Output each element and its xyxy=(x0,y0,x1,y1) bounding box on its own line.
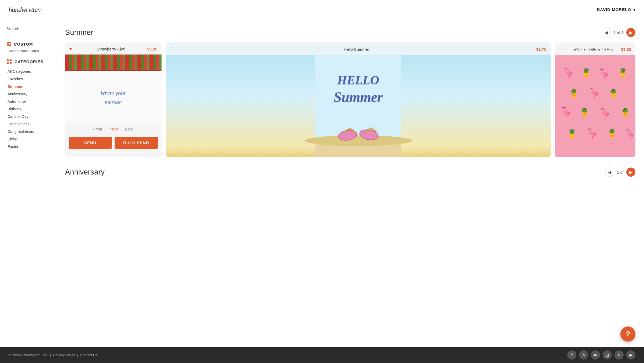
summer-cards-row: ♥ Strawberry Kiwi $3.25 Wryte your messa… xyxy=(65,42,635,157)
customizable-cards-link[interactable]: Customizable Cards xyxy=(6,49,56,53)
card-actions: SEND BULK SEND xyxy=(65,134,162,153)
summer-page-count: 1 of 8 xyxy=(613,30,624,35)
categories-label: CATEGORIES xyxy=(14,59,43,64)
flamingle-header: ♡ Let's Flamingle by the Pool $3.25 xyxy=(555,42,635,55)
custom-label: CUSTOM xyxy=(14,42,33,46)
tab-front[interactable]: Front xyxy=(93,127,102,132)
flamingle-price: $3.25 xyxy=(621,47,631,52)
search-container: 🔍 xyxy=(6,26,50,33)
svg-text:Summer: Summer xyxy=(334,89,383,105)
sidebar: 🔍 ⊞ CUSTOM Customizable Cards CAT xyxy=(0,19,56,347)
sidebar-item-congratulations[interactable]: Congratulations xyxy=(6,128,56,135)
hello-summer-title: Hello Summer xyxy=(344,47,369,52)
bulk-send-button[interactable]: BULK SEND xyxy=(115,137,158,149)
sidebar-item-favorites[interactable]: Favorites xyxy=(6,75,56,83)
send-button[interactable]: SEND xyxy=(69,137,112,149)
strawberry-kiwi-header: ♥ Strawberry Kiwi $3.25 xyxy=(65,42,162,55)
sidebar-item-automotive[interactable]: Automotive xyxy=(6,98,56,105)
svg-text:🦩: 🦩 xyxy=(599,108,612,120)
svg-text:🦩: 🦩 xyxy=(588,87,601,100)
sidebar-item-condolences[interactable]: Condolences xyxy=(6,120,56,128)
svg-text:🍍: 🍍 xyxy=(569,88,579,98)
strawberry-banner xyxy=(65,55,162,71)
logo: handwrytten xyxy=(9,6,41,14)
anniversary-section-header: Anniversary ◀ 1 of ▶ xyxy=(65,168,635,177)
svg-text:🦩: 🦩 xyxy=(562,67,575,80)
flamingle-image: 🦩 🍍 🦩 🍍 🍍 🦩 🍍 🦩 🍍 xyxy=(555,55,635,157)
summer-prev-btn[interactable]: ◀ xyxy=(602,28,611,37)
svg-text:🦩: 🦩 xyxy=(624,129,634,141)
sidebar-item-easter[interactable]: Easter xyxy=(6,143,56,150)
help-button[interactable]: ? xyxy=(620,326,635,342)
anniversary-title: Anniversary xyxy=(65,168,105,176)
flamingle-title: Let's Flamingle by the Pool xyxy=(572,47,614,51)
tab-back[interactable]: Back xyxy=(125,127,133,132)
custom-section-header: ⊞ CUSTOM xyxy=(6,41,56,47)
sidebar-item-canada-day[interactable]: Canada Day xyxy=(6,113,56,120)
svg-text:🍍: 🍍 xyxy=(608,88,619,98)
main-content: Summer ◀ 1 of 8 ▶ ♥ Strawberry Kiwi $3.2… xyxy=(56,19,644,204)
card-tabs: Front Inside Back xyxy=(65,124,162,134)
svg-rect-2 xyxy=(7,62,9,64)
privacy-policy-link[interactable]: Privacy Policy xyxy=(53,353,75,357)
svg-rect-0 xyxy=(7,59,9,61)
svg-text:🍍: 🍍 xyxy=(567,129,577,139)
footer-sep1: | xyxy=(50,353,51,357)
anniversary-next-btn[interactable]: ▶ xyxy=(626,168,635,177)
svg-rect-3 xyxy=(10,62,12,64)
search-input[interactable] xyxy=(6,26,56,31)
footer-left: © 2024 Handwrytten, Inc. | Privacy Polic… xyxy=(9,353,97,357)
svg-rect-1 xyxy=(10,59,12,61)
pinterest-button[interactable]: P xyxy=(614,350,624,360)
inside-line1: Wryte your xyxy=(100,89,126,97)
footer-copyright: © 2024 Handwrytten, Inc. xyxy=(9,353,48,357)
flamingle-heart-icon[interactable]: ♡ xyxy=(559,46,564,52)
summer-pagination: ◀ 1 of 8 ▶ xyxy=(602,28,635,37)
sidebar-item-diwali[interactable]: Diwali xyxy=(6,135,56,143)
page-wrapper: 🔍 ⊞ CUSTOM Customizable Cards CAT xyxy=(0,19,644,363)
heart-icon[interactable]: ♡ xyxy=(170,46,174,52)
anniversary-pagination: ◀ 1 of ▶ xyxy=(605,168,635,177)
flamingle-card: ♡ Let's Flamingle by the Pool $3.25 🦩 xyxy=(555,42,635,157)
youtube-button[interactable]: ▶ xyxy=(626,350,635,360)
user-menu[interactable]: DAVID MORELO ▾ xyxy=(597,7,635,12)
facebook-button[interactable]: f xyxy=(567,350,576,360)
summer-section: Summer ◀ 1 of 8 ▶ ♥ Strawberry Kiwi $3.2… xyxy=(65,28,635,157)
tab-inside[interactable]: Inside xyxy=(108,127,118,132)
nav-list: All Categories Favorites Summer Annivers… xyxy=(6,68,56,150)
contact-us-link[interactable]: Contact Us xyxy=(80,353,97,357)
svg-text:🍍: 🍍 xyxy=(581,68,591,78)
strawberry-kiwi-card: ♥ Strawberry Kiwi $3.25 Wryte your messa… xyxy=(65,42,162,157)
twitter-x-button[interactable]: ✕ xyxy=(579,350,588,360)
sidebar-item-birthday[interactable]: Birthday xyxy=(6,105,56,113)
strawberry-kiwi-price: $3.25 xyxy=(147,47,157,51)
chevron-down-icon: ▾ xyxy=(633,8,635,12)
hello-summer-card: ♡ Hello Summer $3.75 xyxy=(166,42,551,157)
layout: 🔍 ⊞ CUSTOM Customizable Cards CAT xyxy=(0,19,644,204)
svg-text:🍍: 🍍 xyxy=(580,107,590,117)
sidebar-item-all-categories[interactable]: All Categories xyxy=(6,68,56,75)
heart-icon-filled[interactable]: ♥ xyxy=(69,46,72,52)
svg-text:🦩: 🦩 xyxy=(598,68,611,81)
summer-section-header: Summer ◀ 1 of 8 ▶ xyxy=(65,28,635,37)
summer-next-btn[interactable]: ▶ xyxy=(626,28,635,37)
footer-social: f ✕ in ◻ P ▶ xyxy=(567,350,635,360)
instagram-button[interactable]: ◻ xyxy=(603,350,612,360)
summer-title: Summer xyxy=(65,28,93,37)
linkedin-button[interactable]: in xyxy=(591,350,600,360)
svg-text:🍍: 🍍 xyxy=(607,128,617,138)
svg-text:🍍: 🍍 xyxy=(618,68,628,78)
custom-icon: ⊞ xyxy=(6,41,11,47)
hello-summer-price: $3.75 xyxy=(536,47,546,52)
user-name: DAVID MORELO xyxy=(597,7,631,12)
hello-summer-header: ♡ Hello Summer $3.75 xyxy=(166,42,551,55)
footer: © 2024 Handwrytten, Inc. | Privacy Polic… xyxy=(0,347,644,363)
header: handwrytten DAVID MORELO ▾ xyxy=(0,0,644,19)
categories-icon xyxy=(6,59,12,64)
anniversary-prev-btn[interactable]: ◀ xyxy=(605,168,614,177)
inside-line2: messac xyxy=(100,97,126,106)
sidebar-item-anniversary[interactable]: Anniversary xyxy=(6,90,56,98)
hello-summer-image: HELLO Summer xyxy=(166,55,551,157)
svg-text:HELLO: HELLO xyxy=(337,73,379,87)
sidebar-item-summer[interactable]: Summer xyxy=(6,83,56,90)
